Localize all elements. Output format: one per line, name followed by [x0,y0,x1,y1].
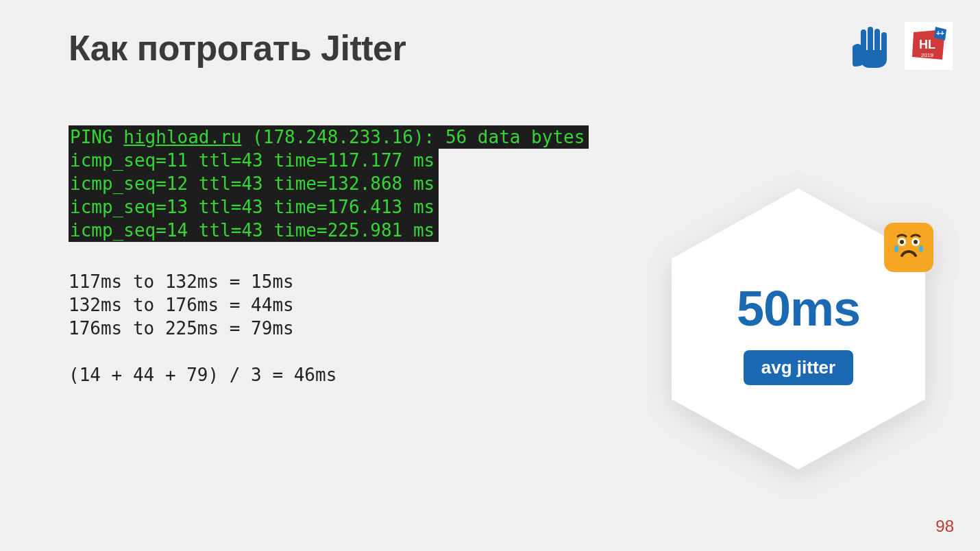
terminal-line: icmp_seq=12 ttl=43 time=132.868 ms [69,172,439,195]
terminal-output: PING highload.ru (178.248.233.16): 56 da… [69,125,589,242]
terminal-text: (178.248.233.16): 56 data bytes [241,127,585,147]
svg-point-14 [919,245,923,252]
terminal-line: icmp_seq=14 ttl=43 time=225.981 ms [69,219,439,242]
jitter-card: 50ms avg jitter [672,188,925,469]
terminal-line: icmp_seq=13 ttl=43 time=176.413 ms [69,195,439,219]
calculation-block: 117ms to 132ms = 15ms 132ms to 176ms = 4… [69,247,336,387]
crying-emoji-icon [884,223,933,272]
svg-point-13 [894,245,898,252]
calc-line: 176ms to 225ms = 79ms [69,318,294,339]
svg-rect-2 [874,29,880,53]
svg-rect-3 [881,32,887,53]
slide: Как потрогать Jitter HL 2019 ++ [0,0,980,551]
calc-line: 132ms to 176ms = 44ms [69,295,294,315]
terminal-host-link[interactable]: highload.ru [123,127,241,147]
hand-stop-icon [853,24,892,68]
svg-point-11 [900,240,904,244]
svg-rect-1 [868,27,873,53]
jitter-label: avg jitter [744,350,853,385]
hl-conference-logo: HL 2019 ++ [905,22,953,70]
slide-title: Как потрогать Jitter [69,27,406,69]
svg-text:HL: HL [919,38,935,51]
jitter-value: 50ms [737,280,860,336]
page-number: 98 [935,517,954,536]
terminal-line: PING highload.ru (178.248.233.16): 56 da… [69,125,589,149]
terminal-line: icmp_seq=11 ttl=43 time=117.177 ms [69,149,439,172]
calc-line: 117ms to 132ms = 15ms [69,271,294,292]
svg-point-12 [914,240,918,244]
svg-text:2019: 2019 [921,52,933,58]
svg-text:++: ++ [936,29,944,37]
terminal-text: PING [70,127,123,147]
logo-group: HL 2019 ++ [853,22,953,70]
calc-line: (14 + 44 + 79) / 3 = 46ms [69,365,336,385]
